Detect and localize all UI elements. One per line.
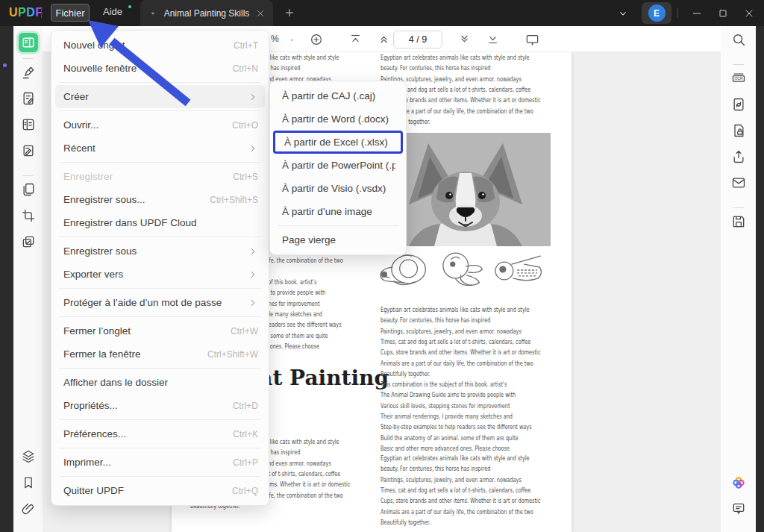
menu-divider: [278, 225, 398, 226]
maximize-button[interactable]: [717, 7, 729, 19]
menu-item-nouvelle-fenetre[interactable]: Nouvelle fenêtreCtrl+N: [51, 57, 269, 80]
bookmark-icon[interactable]: [20, 475, 37, 490]
presentation-mode-button[interactable]: [525, 33, 539, 47]
updf-window: Egyptian art celebrates animals like cat…: [0, 0, 764, 532]
menu-item-label: Nouvelle fenêtre: [63, 63, 233, 74]
menu-item-fermer-la-fenetre[interactable]: Fermer la fenêtreCtrl+Shift+W: [51, 342, 269, 366]
next-page-button[interactable]: [458, 33, 471, 46]
tools-sidebar: [13, 26, 43, 532]
account-button[interactable]: E: [642, 2, 671, 24]
menu-item-proteger-a-l-aide-d-un-mot-de-passe[interactable]: Protéger à l’aide d’un mot de passe: [51, 291, 269, 314]
menu-item-a-partir-d-une-image[interactable]: À partir d’une image: [270, 200, 406, 223]
right-column-paragraph: This combination is the subject of this …: [381, 380, 565, 454]
divider: [23, 175, 34, 176]
ocr-icon[interactable]: OCR: [730, 71, 747, 86]
menu-item-label: Protéger à l’aide d’un mot de passe: [63, 297, 248, 308]
menu-item-shortcut: Ctrl+Shift+W: [207, 349, 258, 360]
text-line: Paintings, sculptures, jewelry, and even…: [381, 475, 541, 486]
text-line: Various skill levels, stepping stones fo…: [381, 401, 532, 412]
text-line: Egyptian art celebrates animals like cat…: [381, 305, 541, 316]
divider: [733, 64, 744, 65]
comment-edit-icon[interactable]: [20, 91, 37, 106]
menu-item-creer[interactable]: Créer: [55, 85, 265, 108]
menu-item-label: À partir de Excel (.xlsx): [284, 137, 394, 148]
menu-item-label: Enregistrer sous: [63, 245, 248, 257]
chevron-right-icon: [248, 298, 258, 308]
menu-item-afficher-dans-le-dossier[interactable]: Afficher dans le dossier: [51, 371, 269, 394]
menu-item-enregistrer-sous[interactable]: Enregistrer sous: [51, 240, 269, 263]
share-icon[interactable]: [730, 149, 747, 164]
text-line: This combination is the subject of this …: [381, 380, 532, 390]
text-line: Times, cat and dog art sells a lot of t-…: [381, 337, 541, 348]
convert-icon[interactable]: [730, 97, 747, 112]
new-tab-button[interactable]: [284, 7, 295, 19]
menu-fichier-button[interactable]: Fichier: [51, 4, 90, 22]
menu-item-a-partir-de-visio-vsdx[interactable]: À partir de Visio (.vsdx): [270, 177, 406, 200]
menu-item-a-partir-de-caj-caj[interactable]: À partir de CAJ (.caj): [270, 84, 406, 107]
menu-item-imprimer[interactable]: Imprimer...Ctrl+P: [51, 451, 269, 474]
menu-item-enregistrer-sous[interactable]: Enregistrer sous...Ctrl+Shift+S: [51, 188, 269, 211]
menu-item-page-vierge[interactable]: Page vierge: [270, 228, 406, 251]
close-window-button[interactable]: [743, 7, 755, 19]
zoom-in-button[interactable]: [310, 33, 323, 46]
text-line: Beautifully together.: [381, 518, 541, 528]
menu-item-fermer-l-onglet[interactable]: Fermer l’ongletCtrl+W: [51, 319, 269, 342]
menu-item-enregistrer-dans-updf-cloud[interactable]: Enregistrer dans UPDF Cloud: [51, 211, 269, 234]
menu-item-preferences[interactable]: Préférences...Ctrl+K: [51, 422, 269, 445]
highlighter-icon[interactable]: [20, 65, 37, 80]
previous-page-button[interactable]: [378, 33, 390, 46]
menu-item-label: Enregistrer: [63, 171, 233, 182]
menu-item-proprietes[interactable]: Propriétés...Ctrl+D: [51, 394, 269, 417]
menu-item-recent[interactable]: Récent: [51, 137, 269, 160]
menu-item-shortcut: Ctrl+K: [233, 429, 258, 439]
menu-item-enregistrer: EnregistrerCtrl+S: [51, 165, 269, 188]
menu-item-shortcut: Ctrl+D: [233, 401, 258, 411]
menu-item-label: À partir de Visio (.vsdx): [282, 183, 395, 194]
menu-item-label: Exporter vers: [63, 269, 248, 280]
text-line: Paintings, sculptures, jewelry, and even…: [381, 327, 541, 337]
attachment-icon[interactable]: [20, 501, 37, 516]
layers-icon[interactable]: [20, 449, 37, 464]
menu-item-label: Afficher dans le dossier: [63, 377, 258, 388]
active-panel-dot: [3, 63, 7, 67]
first-page-button[interactable]: [349, 33, 362, 46]
search-icon[interactable]: [730, 32, 747, 47]
page-organize-icon[interactable]: [20, 117, 37, 132]
last-page-button[interactable]: [486, 33, 499, 46]
protect-icon[interactable]: [730, 123, 747, 138]
text-line: Beautifully together.: [381, 369, 541, 380]
stamp-icon[interactable]: [20, 234, 37, 249]
mail-icon[interactable]: [730, 175, 747, 190]
crop-icon[interactable]: [20, 208, 37, 223]
text-line: beauty. For centuries, this horse has in…: [381, 316, 541, 326]
menu-item-nouvel-onglet[interactable]: Nouvel ongletCtrl+T: [51, 34, 269, 57]
menu-item-ouvrir[interactable]: Ouvrir...Ctrl+O: [51, 113, 269, 137]
menu-item-a-partir-de-powerpoint-pptx[interactable]: À partir de PowerPoint (.pptx): [270, 154, 406, 177]
right-column-paragraph: Egyptian art celebrates animals like cat…: [381, 53, 576, 128]
menu-item-a-partir-de-word-docx[interactable]: À partir de Word (.docx): [270, 107, 406, 131]
zoom-dropdown-caret[interactable]: [288, 37, 295, 43]
document-tab[interactable]: Animal Painting Skills: [140, 0, 273, 26]
page-indicator[interactable]: 4 / 9: [393, 31, 442, 48]
tab-dropdown-caret-icon[interactable]: [148, 8, 158, 19]
menu-aide-button[interactable]: Aide: [103, 6, 122, 17]
menu-item-a-partir-de-excel-xlsx[interactable]: À partir de Excel (.xlsx): [273, 131, 403, 154]
right-column-paragraph: Egyptian art celebrates animals like cat…: [381, 454, 576, 528]
menu-item-quitter-updf[interactable]: Quitter UPDFCtrl+Q: [51, 479, 269, 502]
feedback-icon[interactable]: [730, 501, 747, 516]
minimize-button[interactable]: [691, 7, 703, 19]
menu-item-shortcut: Ctrl+Shift+S: [210, 195, 258, 205]
create-submenu: À partir de CAJ (.caj)À partir de Word (…: [269, 81, 407, 255]
ai-icon[interactable]: [730, 475, 747, 490]
chevron-right-icon: [248, 92, 258, 102]
save-icon[interactable]: [730, 214, 747, 229]
tab-close-icon[interactable]: [255, 8, 266, 19]
menu-item-label: À partir d’une image: [282, 206, 395, 217]
window-chevron-icon[interactable]: [617, 7, 629, 19]
menu-item-label: Quitter UPDF: [63, 485, 232, 496]
reader-icon[interactable]: [19, 33, 38, 52]
chevron-right-icon: [248, 246, 258, 257]
pages-icon[interactable]: [20, 182, 37, 197]
page-edit-icon[interactable]: [20, 143, 37, 158]
menu-item-exporter-vers[interactable]: Exporter vers: [51, 263, 269, 286]
